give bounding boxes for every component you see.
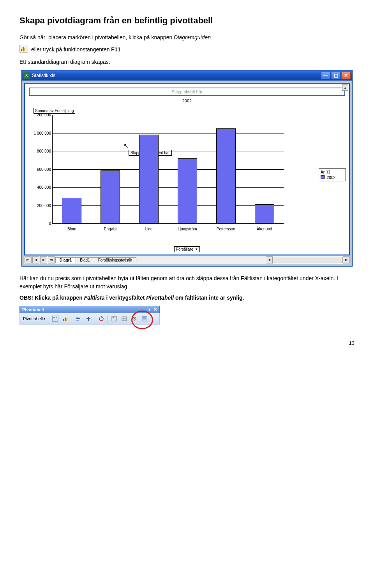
grid-line xyxy=(53,169,284,170)
grid-line xyxy=(53,151,284,151)
include-hidden-icon[interactable] xyxy=(109,314,119,323)
y-tick-label: 1 200 000 xyxy=(31,113,51,117)
pivottable-menu-label: Pivottabell xyxy=(23,316,43,321)
y-tick-label: 400 000 xyxy=(31,185,51,190)
close-button[interactable]: ✕ xyxy=(341,72,351,79)
scroll-left-button[interactable]: ◀ xyxy=(266,256,273,263)
legend-item-label: 2002 xyxy=(327,176,335,180)
refresh-data-icon[interactable] xyxy=(97,314,106,323)
paragraph-3-obs: OBS! Klicka på knappen Fältlista i verkt… xyxy=(19,294,355,302)
show-detail-icon[interactable] xyxy=(84,314,93,323)
legend-swatch xyxy=(321,175,325,179)
svg-rect-15 xyxy=(112,316,116,321)
intro-text-1: Gör så här: placera markören i pivottabe… xyxy=(19,34,174,40)
x-tick-label: Pettersson xyxy=(210,227,242,231)
format-report-icon[interactable] xyxy=(51,314,60,323)
toolbar-close-icon[interactable]: ✕ xyxy=(153,307,157,312)
intro-line-3: Ett standarddiagram diagram skapas: xyxy=(19,58,355,66)
chart-pane: ▲ Släpp sidfält här 2002 Summa av Försäl… xyxy=(24,83,350,255)
paragraph-2: Här kan du nu precis som i pivottabellen… xyxy=(19,274,355,291)
grid-line xyxy=(53,205,284,206)
toolbar-title-text: Pivottabell xyxy=(22,307,44,312)
svg-rect-16 xyxy=(113,317,114,318)
chevron-down-icon: ▼ xyxy=(195,247,198,251)
window-titlebar: X Statistik.xls — ▢ ✕ xyxy=(22,70,352,81)
excel-app-icon: X xyxy=(23,72,30,79)
intro-paragraph: Gör så här: placera markören i pivottabe… xyxy=(19,33,355,42)
hide-detail-icon[interactable] xyxy=(74,314,83,323)
svg-rect-2 xyxy=(23,47,24,51)
scroll-right-button[interactable]: ▶ xyxy=(343,256,350,263)
sheet-tab[interactable]: Blad1 xyxy=(76,257,94,263)
y-tick-label: 200 000 xyxy=(31,203,51,207)
svg-rect-3 xyxy=(24,48,25,51)
grid-line xyxy=(53,187,284,188)
bar[interactable] xyxy=(255,204,274,223)
toolbar-body: Pivottabell ▾ xyxy=(19,313,160,325)
chart-legend: År ▾ 2002 xyxy=(319,169,346,181)
tab-nav-first[interactable]: ⏮ xyxy=(25,256,32,263)
x-tick-label: Enqvist xyxy=(95,227,126,231)
sheet-tab[interactable]: Diagr1 xyxy=(55,257,76,263)
pivottable-menu-button[interactable]: Pivottabell ▾ xyxy=(21,314,47,323)
bar[interactable] xyxy=(62,198,81,223)
bar[interactable] xyxy=(101,170,120,223)
chart-wizard-icon xyxy=(19,45,28,55)
obs-end: om fältlistan inte är synlig. xyxy=(174,295,244,301)
show-field-list-icon[interactable] xyxy=(140,314,149,323)
obs-prefix: OBS! Klicka på knappen xyxy=(19,295,84,301)
bar[interactable] xyxy=(216,128,236,223)
page-field-dropzone[interactable]: Släpp sidfält här xyxy=(29,88,345,96)
svg-rect-5 xyxy=(53,317,55,318)
svg-rect-1 xyxy=(21,49,22,51)
mouse-cursor-icon: ↖ xyxy=(123,142,129,149)
obs-pivottable-word: Pivottabell xyxy=(146,295,174,301)
obs-suffix: i verktygsfältet xyxy=(105,295,146,301)
bar[interactable] xyxy=(139,135,159,223)
svg-rect-8 xyxy=(65,318,66,321)
toolbar-separator xyxy=(95,315,95,323)
intro-text-2a: eller tryck på funktionstangenten xyxy=(31,46,111,53)
chart-body: Summa av Försäljning Släpp dataelement h… xyxy=(29,105,319,246)
chart-wizard-icon[interactable] xyxy=(61,314,70,323)
pivottable-toolbar-image: Pivottabell ▼ ✕ Pivottabell ▾ xyxy=(19,306,355,325)
y-tick-label: 800 000 xyxy=(31,149,51,153)
always-display-items-icon[interactable] xyxy=(120,314,129,323)
chart-title: 2002 xyxy=(26,98,348,103)
x-axis-field-dropdown[interactable]: Försäljare ▼ xyxy=(174,246,200,252)
svg-rect-17 xyxy=(122,317,127,321)
tab-nav-last[interactable]: ⏭ xyxy=(48,256,55,263)
x-tick-label: Lind xyxy=(133,227,164,231)
sheet-tabs-bar: ⏮ ◀ ▶ ⏭ Diagr1Blad1Försäljningsstatistik… xyxy=(24,255,350,264)
toolbar-options-icon[interactable]: ▼ xyxy=(148,308,151,312)
svg-rect-9 xyxy=(66,318,67,321)
chevron-down-icon: ▾ xyxy=(44,317,45,321)
bar[interactable] xyxy=(178,158,197,223)
scroll-track[interactable] xyxy=(273,257,343,263)
tab-nav-next[interactable]: ▶ xyxy=(40,256,47,263)
x-tick-label: Åkerlund xyxy=(249,227,280,231)
page-heading: Skapa pivotdiagram från en befintlig piv… xyxy=(19,16,355,26)
obs-fieldlist-word: Fältlista xyxy=(84,295,105,301)
page-number: 13 xyxy=(19,340,355,346)
svg-rect-22 xyxy=(142,316,147,321)
x-tick-label: Blom xyxy=(56,227,87,231)
tab-nav-prev[interactable]: ◀ xyxy=(32,256,39,263)
scroll-up-button[interactable]: ▲ xyxy=(342,84,348,91)
toolbar-separator xyxy=(49,315,49,323)
svg-rect-6 xyxy=(56,317,57,318)
svg-rect-7 xyxy=(63,319,64,321)
horizontal-scrollbar[interactable]: ◀ ▶ xyxy=(266,256,350,263)
toolbar-separator xyxy=(108,315,108,323)
minimize-button[interactable]: — xyxy=(321,72,330,79)
sheet-tab[interactable]: Försäljningsstatistik xyxy=(94,257,136,263)
diagram-wizard-word: Diagramguiden xyxy=(174,34,211,40)
y-tick-label: 0 xyxy=(31,221,51,226)
grid-line xyxy=(53,115,284,115)
legend-dropdown-icon[interactable]: ▾ xyxy=(326,170,330,174)
x-tick-label: Ljungström xyxy=(172,227,203,231)
maximize-button[interactable]: ▢ xyxy=(331,72,340,79)
legend-field-name: År xyxy=(321,170,325,174)
plot-area: Släpp dataelement här ↖ 0200 000400 0006… xyxy=(52,115,284,224)
f11-key: F11 xyxy=(111,46,120,53)
